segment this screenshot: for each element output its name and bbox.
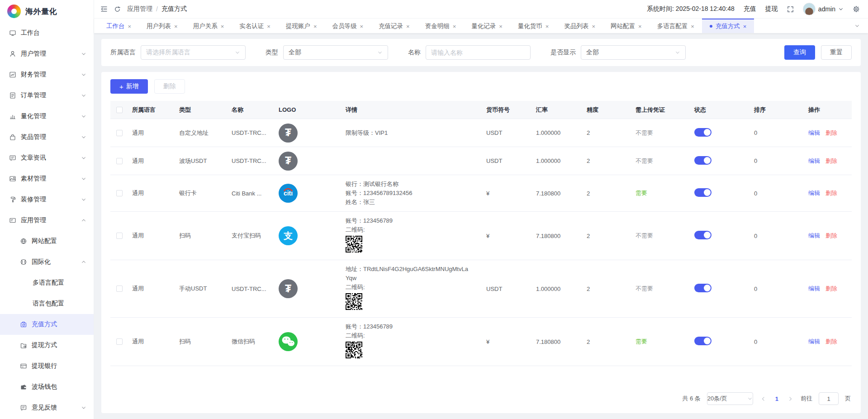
fullscreen-icon[interactable] (787, 6, 794, 13)
next-page-icon[interactable] (787, 396, 794, 402)
close-icon[interactable]: × (313, 24, 317, 29)
close-icon[interactable]: × (638, 24, 642, 29)
citi-logo-icon: citi (279, 184, 298, 203)
delete-link[interactable]: 删除 (825, 129, 837, 137)
row-checkbox[interactable] (116, 286, 123, 292)
tab-quant-currency[interactable]: 量化货币× (510, 19, 557, 33)
filter-language-select[interactable]: 请选择所属语言 (141, 45, 246, 60)
tab-workbench[interactable]: 工作台× (99, 19, 139, 33)
query-button[interactable]: 查询 (784, 45, 815, 60)
tab-list-chevron-down-icon[interactable] (846, 19, 868, 33)
status-toggle[interactable] (694, 156, 711, 165)
sidebar-item-recharge-method[interactable]: 充值方式 (0, 314, 94, 335)
sidebar-item-user-management[interactable]: 用户管理 (0, 43, 94, 64)
tab-withdraw-account[interactable]: 提现账户× (278, 19, 325, 33)
refresh-icon[interactable] (114, 6, 121, 13)
status-toggle[interactable] (694, 188, 711, 197)
tab-recharge-method[interactable]: 充值方式× (702, 19, 754, 33)
close-icon[interactable]: × (545, 24, 549, 29)
close-icon[interactable]: × (174, 24, 178, 29)
close-icon[interactable]: × (453, 24, 456, 29)
close-icon[interactable]: × (499, 24, 503, 29)
sidebar-item-workbench[interactable]: 工作台 (0, 23, 94, 43)
page-size-select[interactable]: 20条/页 (707, 392, 753, 405)
row-checkbox[interactable] (116, 190, 123, 196)
edit-link[interactable]: 编辑 (808, 129, 820, 137)
sidebar-item-media-management[interactable]: 素材管理 (0, 168, 94, 189)
edit-link[interactable]: 编辑 (808, 157, 820, 165)
filter-name-input[interactable] (426, 45, 531, 60)
status-toggle[interactable] (694, 128, 711, 137)
avatar[interactable] (803, 3, 816, 15)
tab-quant-record[interactable]: 量化记录× (464, 19, 510, 33)
sidebar-item-article-news[interactable]: 文章资讯 (0, 148, 94, 168)
tab-multilang-config[interactable]: 多语言配置× (650, 19, 702, 33)
filter-visible-select[interactable]: 全部 (581, 45, 686, 60)
sidebar-item-finance-management[interactable]: 财务管理 (0, 64, 94, 85)
breadcrumb-item[interactable]: 应用管理 (127, 5, 152, 13)
tab-user-list[interactable]: 用户列表× (139, 19, 185, 33)
add-button[interactable]: + 新增 (110, 79, 148, 94)
sidebar-item-withdraw-method[interactable]: 提现方式 (0, 335, 94, 356)
sidebar-item-withdraw-bank[interactable]: 提现银行 (0, 356, 94, 376)
close-icon[interactable]: × (360, 24, 363, 29)
sidebar-item-order-management[interactable]: 订单管理 (0, 85, 94, 106)
close-icon[interactable]: × (691, 24, 694, 29)
select-all-checkbox[interactable] (116, 107, 123, 113)
sidebar-item-tron-wallet[interactable]: 波场钱包 (0, 376, 94, 397)
sidebar-item-site-config[interactable]: 网站配置 (0, 231, 94, 252)
delete-link[interactable]: 删除 (825, 232, 837, 240)
sidebar-item-feedback[interactable]: 意见反馈 (0, 397, 94, 418)
delete-link[interactable]: 删除 (825, 189, 837, 197)
sidebar-item-internationalization[interactable]: 国际化 (0, 252, 94, 272)
close-icon[interactable]: × (592, 24, 595, 29)
sidebar-item-multilang-config[interactable]: 多语言配置 (0, 272, 94, 293)
detail-line: 账号：123456789132456 (346, 189, 471, 198)
status-toggle[interactable] (694, 337, 711, 345)
sidebar-item-label: 多语言配置 (33, 279, 64, 287)
reset-button[interactable]: 重置 (821, 45, 852, 60)
tab-user-relation[interactable]: 用户关系× (185, 19, 232, 33)
tab-member-level[interactable]: 会员等级× (324, 19, 371, 33)
tab-site-config[interactable]: 网站配置× (603, 19, 650, 33)
sidebar-item-app-management[interactable]: 应用管理 (0, 210, 94, 231)
tab-recharge-record[interactable]: 充值记录× (371, 19, 417, 33)
tab-fund-detail[interactable]: 资金明细× (417, 19, 464, 33)
edit-link[interactable]: 编辑 (808, 232, 820, 240)
status-toggle[interactable] (694, 231, 711, 239)
user-menu[interactable]: admin (803, 3, 844, 15)
column-header: LOGO (279, 106, 346, 113)
delete-link[interactable]: 删除 (825, 285, 837, 293)
sidebar-collapse-icon[interactable] (100, 5, 108, 13)
row-checkbox[interactable] (116, 338, 123, 345)
tab-prize-list[interactable]: 奖品列表× (556, 19, 603, 33)
filter-type-select[interactable]: 全部 (283, 45, 388, 60)
current-page[interactable]: 1 (773, 395, 780, 402)
sidebar-item-quant-management[interactable]: 量化管理 (0, 106, 94, 127)
withdraw-link[interactable]: 提现 (765, 5, 778, 13)
close-icon[interactable]: × (221, 24, 224, 29)
close-icon[interactable]: × (406, 24, 410, 29)
close-icon[interactable]: × (743, 24, 747, 29)
close-icon[interactable]: × (267, 24, 270, 29)
close-icon[interactable]: × (128, 24, 132, 29)
sidebar-item-langpack-config[interactable]: 语言包配置 (0, 293, 94, 314)
delete-link[interactable]: 删除 (825, 157, 837, 165)
tab-realname-auth[interactable]: 实名认证× (232, 19, 278, 33)
row-checkbox[interactable] (116, 130, 123, 136)
delete-button[interactable]: 删除 (154, 79, 185, 94)
prev-page-icon[interactable] (759, 396, 767, 402)
sidebar-item-label: 订单管理 (21, 91, 46, 100)
row-checkbox[interactable] (116, 233, 123, 239)
gear-icon[interactable] (853, 5, 860, 13)
sidebar-item-decor-management[interactable]: 装修管理 (0, 189, 94, 210)
edit-link[interactable]: 编辑 (808, 189, 820, 197)
delete-link[interactable]: 删除 (825, 338, 837, 346)
recharge-link[interactable]: 充值 (744, 5, 756, 13)
status-toggle[interactable] (694, 284, 711, 292)
sidebar-item-prize-management[interactable]: 奖品管理 (0, 127, 94, 148)
edit-link[interactable]: 编辑 (808, 338, 820, 346)
row-checkbox[interactable] (116, 158, 123, 164)
edit-link[interactable]: 编辑 (808, 285, 820, 293)
goto-page-input[interactable] (819, 392, 839, 405)
